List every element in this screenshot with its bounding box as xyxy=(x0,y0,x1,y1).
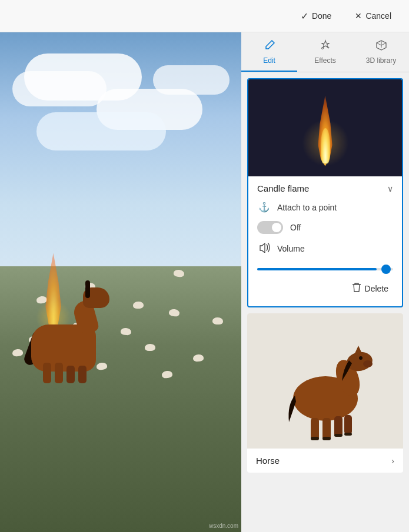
cards-area: Candle flame ∨ ⚓ Attach to a point Off xyxy=(241,72,409,532)
svg-point-1 xyxy=(328,47,329,48)
candle-flame-card[interactable]: Candle flame ∨ ⚓ Attach to a point Off xyxy=(247,78,403,307)
effects-icon xyxy=(320,39,331,54)
bird xyxy=(121,328,132,336)
delete-label: Delete xyxy=(365,284,388,293)
tabs-bar: Edit Effects 3D library xyxy=(241,32,409,72)
x-icon: ✕ xyxy=(355,11,362,21)
toggle-track xyxy=(257,221,283,234)
volume-label: Volume xyxy=(277,244,305,253)
svg-point-5 xyxy=(363,360,373,367)
horse-mane xyxy=(85,280,90,298)
attach-label: Attach to a point xyxy=(277,203,337,212)
candle-card-body: Candle flame ∨ ⚓ Attach to a point Off xyxy=(248,176,402,306)
bird xyxy=(161,370,172,379)
right-panel: Edit Effects 3D library xyxy=(241,32,409,532)
slider-thumb[interactable] xyxy=(381,265,391,274)
tab-edit-label: Edit xyxy=(263,56,275,65)
off-toggle[interactable] xyxy=(257,221,283,234)
tab-effects[interactable]: Effects xyxy=(297,32,353,72)
svg-rect-11 xyxy=(344,415,352,434)
checkmark-icon: ✓ xyxy=(301,11,308,22)
candle-card-title: Candle flame xyxy=(257,183,309,193)
horse-figure xyxy=(19,266,114,383)
tab-3dlibrary[interactable]: 3D library xyxy=(353,32,409,72)
image-canvas[interactable]: wsxdn.com xyxy=(0,0,241,532)
done-button[interactable]: ✓ Done xyxy=(295,7,337,25)
tab-effects-label: Effects xyxy=(314,56,335,65)
cloud-2 xyxy=(12,71,107,106)
watermark: wsxdn.com xyxy=(209,523,238,529)
delete-row: Delete xyxy=(257,275,393,299)
svg-rect-13 xyxy=(322,437,331,440)
toggle-label: Off xyxy=(290,223,301,232)
delete-button[interactable]: Delete xyxy=(347,280,393,297)
svg-rect-15 xyxy=(344,433,352,436)
horse-preview xyxy=(247,313,403,449)
cancel-label: Cancel xyxy=(365,11,391,21)
horse-leg-4 xyxy=(78,366,87,383)
horse-leg-3 xyxy=(66,366,75,383)
horse-card-bottom: Horse › xyxy=(247,449,403,473)
cancel-button[interactable]: ✕ Cancel xyxy=(349,8,397,24)
svg-marker-7 xyxy=(355,346,362,353)
toggle-wrapper: Off xyxy=(257,221,393,234)
3d-library-icon xyxy=(375,39,387,54)
flame-animation-preview xyxy=(311,90,340,166)
toggle-thumb xyxy=(272,223,281,232)
bird xyxy=(212,317,223,325)
tab-edit[interactable]: Edit xyxy=(241,32,297,72)
horse-leg-1 xyxy=(43,363,51,383)
volume-slider[interactable] xyxy=(257,263,393,275)
slider-track xyxy=(257,268,393,270)
svg-rect-10 xyxy=(334,416,343,437)
chevron-right-icon: › xyxy=(391,456,394,466)
bird xyxy=(168,309,179,317)
volume-row: Volume xyxy=(257,242,393,255)
volume-icon xyxy=(257,242,271,255)
horse-card[interactable]: Horse › xyxy=(247,313,403,473)
trash-icon xyxy=(352,282,361,295)
top-bar: ✓ Done ✕ Cancel xyxy=(0,0,409,32)
anchor-icon: ⚓ xyxy=(257,202,271,213)
attach-to-point-option[interactable]: ⚓ Attach to a point xyxy=(257,202,393,213)
bird xyxy=(174,269,185,277)
bird xyxy=(132,301,144,309)
edit-icon xyxy=(264,39,275,54)
flame-inner-shape xyxy=(321,128,330,163)
done-label: Done xyxy=(312,11,331,21)
bird xyxy=(145,344,155,352)
card-title-row: Candle flame ∨ xyxy=(257,183,393,193)
svg-point-6 xyxy=(359,356,363,360)
svg-rect-12 xyxy=(311,437,319,440)
bird xyxy=(193,354,204,362)
candle-flame-preview xyxy=(248,79,402,176)
horse-preview-svg xyxy=(278,319,373,443)
svg-point-0 xyxy=(321,48,323,49)
horse-card-title: Horse xyxy=(256,456,280,466)
chevron-down-icon: ∨ xyxy=(387,184,393,193)
horse-leg-2 xyxy=(55,363,63,383)
tab-3dlibrary-label: 3D library xyxy=(366,56,396,65)
slider-fill xyxy=(257,268,377,270)
svg-rect-14 xyxy=(334,434,343,437)
